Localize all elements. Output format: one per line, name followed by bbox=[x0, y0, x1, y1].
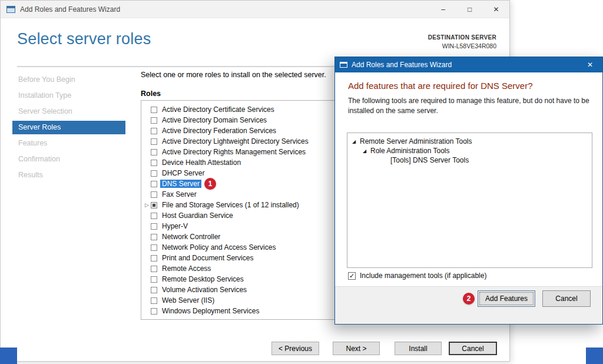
destination-server-label: DESTINATION SERVER bbox=[428, 34, 496, 42]
roles-list: Active Directory Certificate Services Ac… bbox=[141, 100, 344, 320]
page-title: Select server roles bbox=[17, 30, 151, 48]
screenshot-root: Add Roles and Features Wizard – □ ✕ Sele… bbox=[0, 0, 603, 364]
maximize-icon: □ bbox=[468, 5, 472, 14]
maximize-button[interactable]: □ bbox=[456, 1, 483, 18]
wizard-nav: Before You Begin Installation Type Serve… bbox=[12, 73, 125, 184]
role-checkbox[interactable] bbox=[151, 202, 157, 209]
cancel-button[interactable]: Cancel bbox=[449, 342, 497, 355]
role-label: Windows Deployment Services bbox=[160, 307, 261, 315]
role-checkbox[interactable] bbox=[151, 149, 157, 155]
nav-item[interactable]: Server Roles bbox=[12, 121, 125, 134]
background-corner bbox=[0, 348, 17, 364]
instruction-text: Select one or more roles to install on t… bbox=[141, 71, 326, 79]
role-label: DHCP Server bbox=[160, 169, 206, 177]
role-checkbox[interactable] bbox=[151, 213, 157, 219]
role-checkbox[interactable] bbox=[151, 170, 157, 177]
role-checkbox[interactable] bbox=[151, 287, 157, 293]
role-checkbox[interactable] bbox=[151, 181, 157, 187]
close-button[interactable]: ✕ bbox=[483, 1, 509, 18]
next-button[interactable]: Next > bbox=[333, 342, 380, 355]
role-checkbox[interactable] bbox=[151, 255, 157, 262]
role-row[interactable]: Active Directory Lightweight Directory S… bbox=[143, 136, 344, 147]
role-label: Hyper-V bbox=[160, 222, 190, 230]
role-row[interactable]: Windows Deployment Services bbox=[143, 306, 344, 316]
tree-expander-icon[interactable]: ◢ bbox=[363, 148, 370, 154]
dialog-close-button[interactable]: ✕ bbox=[578, 57, 602, 72]
minimize-button[interactable]: – bbox=[430, 1, 456, 18]
dialog-description: The following tools are required to mana… bbox=[348, 96, 592, 116]
role-checkbox[interactable] bbox=[151, 234, 157, 240]
nav-item[interactable]: Results bbox=[12, 168, 125, 182]
role-row[interactable]: DHCP Server bbox=[143, 168, 344, 178]
role-checkbox[interactable] bbox=[151, 308, 157, 315]
role-row[interactable]: Web Server (IIS) bbox=[143, 295, 344, 306]
minimize-icon: – bbox=[441, 5, 445, 14]
nav-item[interactable]: Confirmation bbox=[12, 153, 125, 166]
install-button[interactable]: Install bbox=[395, 342, 442, 355]
role-row[interactable]: ▷ File and Storage Services (1 of 12 ins… bbox=[143, 200, 344, 210]
include-tools-label: Include management tools (if applicable) bbox=[360, 272, 486, 280]
role-checkbox[interactable] bbox=[151, 276, 157, 283]
dialog-titlebar: Add Roles and Features Wizard ✕ bbox=[335, 57, 602, 72]
tree-expander-icon[interactable]: ◢ bbox=[352, 139, 360, 144]
add-features-button[interactable]: Add Features bbox=[478, 290, 535, 307]
role-label: Active Directory Lightweight Directory S… bbox=[160, 137, 310, 145]
tree-item[interactable]: ◢ Remote Server Administration Tools bbox=[347, 137, 592, 146]
role-row[interactable]: Network Controller bbox=[143, 231, 344, 242]
role-row[interactable]: Remote Access bbox=[143, 263, 344, 274]
nav-item-label: Features bbox=[18, 139, 47, 147]
role-row[interactable]: Device Health Attestation bbox=[143, 157, 344, 168]
include-management-tools-checkbox[interactable]: ✓ bbox=[348, 272, 356, 280]
nav-item-label: Server Roles bbox=[18, 123, 61, 131]
role-label: Active Directory Rights Management Servi… bbox=[160, 148, 307, 156]
nav-item[interactable]: Installation Type bbox=[12, 89, 125, 102]
role-label: Network Controller bbox=[160, 233, 222, 241]
role-checkbox[interactable] bbox=[151, 128, 157, 134]
nav-item[interactable]: Features bbox=[12, 137, 125, 150]
include-tools-row: ✓ Include management tools (if applicabl… bbox=[348, 272, 486, 280]
role-row[interactable]: Network Policy and Access Services bbox=[143, 242, 344, 253]
role-checkbox[interactable] bbox=[151, 297, 157, 304]
role-checkbox[interactable] bbox=[151, 107, 157, 113]
tree-item[interactable]: ◢ Role Administration Tools bbox=[347, 146, 592, 155]
dialog-close-icon: ✕ bbox=[587, 61, 593, 69]
role-label: Host Guardian Service bbox=[160, 211, 235, 220]
nav-item[interactable]: Before You Begin bbox=[12, 73, 125, 87]
role-checkbox[interactable] bbox=[151, 266, 157, 272]
role-row[interactable]: Active Directory Domain Services bbox=[143, 115, 344, 125]
role-checkbox[interactable] bbox=[151, 117, 157, 124]
dialog-cancel-button[interactable]: Cancel bbox=[542, 290, 591, 307]
role-row[interactable]: Active Directory Certificate Services bbox=[143, 104, 344, 115]
role-row[interactable]: Print and Document Services bbox=[143, 253, 344, 263]
role-row[interactable]: DNS Server 1 bbox=[143, 178, 344, 189]
roles-list-header: Roles bbox=[141, 90, 161, 98]
previous-button[interactable]: < Previous bbox=[271, 342, 319, 355]
role-label: Print and Document Services bbox=[160, 254, 255, 262]
destination-server-block: DESTINATION SERVER WIN-L58VE34R080 bbox=[428, 34, 496, 50]
role-row[interactable]: Fax Server bbox=[143, 189, 344, 200]
tree-item-label: Remote Server Administration Tools bbox=[360, 137, 472, 145]
expander-icon[interactable]: ▷ bbox=[143, 202, 151, 208]
role-row[interactable]: Volume Activation Services bbox=[143, 284, 344, 295]
nav-item-label: Confirmation bbox=[18, 155, 60, 163]
step-badge: 2 bbox=[463, 293, 475, 305]
role-label: Remote Access bbox=[160, 264, 213, 273]
role-row[interactable]: Hyper-V bbox=[143, 221, 344, 231]
background-corner bbox=[586, 348, 603, 364]
role-row[interactable]: Active Directory Federation Services bbox=[143, 125, 344, 136]
role-checkbox[interactable] bbox=[151, 138, 157, 145]
role-label: DNS Server bbox=[160, 180, 201, 188]
role-row[interactable]: Host Guardian Service bbox=[143, 210, 344, 221]
role-row[interactable]: Active Directory Rights Management Servi… bbox=[143, 147, 344, 157]
role-checkbox[interactable] bbox=[151, 191, 157, 198]
dialog-heading: Add features that are required for DNS S… bbox=[348, 81, 533, 91]
role-checkbox[interactable] bbox=[151, 244, 157, 251]
role-row[interactable]: Remote Desktop Services bbox=[143, 274, 344, 284]
role-checkbox[interactable] bbox=[151, 160, 157, 166]
role-checkbox[interactable] bbox=[151, 223, 157, 230]
role-label: Fax Server bbox=[160, 190, 198, 198]
nav-item[interactable]: Server Selection bbox=[12, 105, 125, 118]
dialog-icon bbox=[340, 62, 347, 68]
tree-item[interactable]: [Tools] DNS Server Tools bbox=[347, 155, 592, 165]
titlebar: Add Roles and Features Wizard – □ ✕ bbox=[1, 1, 509, 18]
